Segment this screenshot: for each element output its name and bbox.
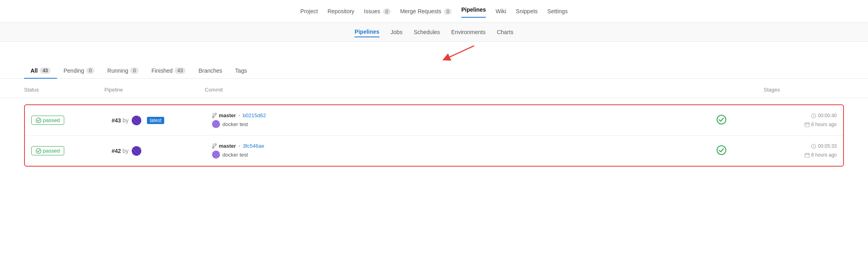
svg-rect-8 (805, 153, 809, 157)
pipeline-list: passed #43 by latest master ˔ b0215d62 (0, 104, 868, 167)
pending-count-badge: 0 (86, 67, 95, 74)
svg-point-2 (717, 115, 726, 124)
svg-point-1 (36, 118, 41, 122)
commit-cell: master ˔ 3fc546ae docker test (212, 143, 716, 159)
duration: 00:05:33 (818, 142, 837, 151)
commit-desc: docker test (212, 120, 716, 128)
issues-badge: 0 (383, 8, 391, 15)
check-circle-icon (36, 118, 41, 123)
commit-hash-link[interactable]: 3fc546ae (243, 143, 265, 149)
sub-nav-environments[interactable]: Environments (451, 27, 486, 37)
branch-name: master (219, 143, 236, 149)
header-stages: Stages (764, 87, 844, 93)
branch-icon (212, 113, 217, 118)
commit-message: docker test (222, 152, 248, 158)
by-label: by (122, 117, 128, 124)
table-header: Status Pipeline Commit Stages (0, 82, 868, 98)
filter-tab-running[interactable]: Running 0 (101, 63, 145, 79)
svg-point-5 (36, 149, 41, 153)
nav-pipelines[interactable]: Pipelines (461, 5, 486, 18)
filter-tab-tags[interactable]: Tags (229, 63, 254, 79)
duration: 00:00:40 (818, 112, 837, 120)
nav-issues[interactable]: Issues 0 (364, 6, 391, 16)
merge-requests-badge: 0 (444, 8, 452, 15)
branch-name: master (219, 112, 236, 118)
commit-desc: docker test (212, 151, 716, 159)
sub-nav: Pipelines Jobs Schedules Environments Ch… (0, 23, 868, 42)
nav-snippets[interactable]: Snippets (516, 6, 538, 16)
stages-cell (716, 145, 797, 157)
docker-icon (212, 151, 220, 159)
pipeline-cell: #43 by latest (112, 116, 212, 125)
nav-repository[interactable]: Repository (328, 6, 355, 16)
header-commit: Commit (205, 87, 764, 93)
stage-check-icon (716, 114, 727, 125)
avatar (132, 146, 141, 156)
header-status: Status (24, 87, 104, 93)
time-cell: 00:00:40 8 hours ago (797, 112, 837, 129)
status-badge: passed (31, 116, 64, 125)
pipeline-id[interactable]: #43 (112, 117, 121, 124)
top-nav: Project Repository Issues 0 Merge Reques… (0, 0, 868, 23)
sub-nav-jobs[interactable]: Jobs (391, 27, 403, 37)
sub-nav-schedules[interactable]: Schedules (414, 27, 440, 37)
pipeline-id[interactable]: #42 (112, 148, 121, 154)
stage-check-icon (716, 145, 727, 155)
time-ago: 8 hours ago (811, 120, 837, 129)
finished-count-badge: 43 (175, 67, 185, 74)
commit-branch: master ˔ 3fc546ae (212, 143, 716, 149)
highlighted-pipeline-group: passed #43 by latest master ˔ b0215d62 (24, 104, 844, 167)
all-count-badge: 43 (40, 67, 51, 74)
table-row: passed #42 by master ˔ 3fc546ae (25, 136, 843, 166)
stages-cell (716, 114, 797, 126)
time-ago: 8 hours ago (811, 151, 837, 160)
branch-icon (212, 143, 217, 149)
sub-nav-charts[interactable]: Charts (497, 27, 513, 37)
commit-branch: master ˔ b0215d62 (212, 112, 716, 118)
nav-project[interactable]: Project (300, 6, 318, 16)
annotation-arrow (422, 42, 502, 62)
filter-tab-all[interactable]: All 43 (24, 63, 57, 79)
running-count-badge: 0 (130, 67, 139, 74)
calendar-icon (805, 153, 810, 158)
commit-cell: master ˔ b0215d62 docker test (212, 112, 716, 128)
status-badge: passed (31, 146, 64, 155)
svg-rect-4 (805, 123, 809, 127)
status-cell: passed (31, 146, 112, 155)
docker-icon (212, 120, 220, 128)
nav-wiki[interactable]: Wiki (495, 6, 506, 16)
header-pipeline: Pipeline (104, 87, 205, 93)
filter-tab-finished[interactable]: Finished 43 (145, 63, 192, 79)
clock-icon (811, 113, 816, 118)
commit-hash-link[interactable]: b0215d62 (243, 112, 266, 118)
filter-tab-pending[interactable]: Pending 0 (57, 63, 101, 79)
time-cell: 00:05:33 8 hours ago (797, 142, 837, 159)
avatar (132, 116, 141, 125)
pipeline-cell: #42 by (112, 146, 212, 156)
check-circle-icon (36, 148, 41, 154)
sub-nav-pipelines[interactable]: Pipelines (355, 27, 379, 37)
annotation-area (0, 42, 868, 62)
filter-tabs: All 43 Pending 0 Running 0 Finished 43 B… (0, 63, 868, 79)
nav-settings[interactable]: Settings (547, 6, 568, 16)
svg-line-0 (446, 46, 474, 59)
commit-message: docker test (222, 121, 248, 127)
clock-icon (811, 144, 816, 149)
by-label: by (122, 148, 128, 154)
svg-point-6 (717, 146, 726, 155)
filter-tab-branches[interactable]: Branches (192, 63, 228, 79)
calendar-icon (805, 122, 810, 127)
status-cell: passed (31, 116, 112, 125)
table-row: passed #43 by latest master ˔ b0215d62 (25, 105, 843, 136)
nav-merge-requests[interactable]: Merge Requests 0 (400, 6, 452, 16)
latest-badge: latest (147, 117, 164, 124)
